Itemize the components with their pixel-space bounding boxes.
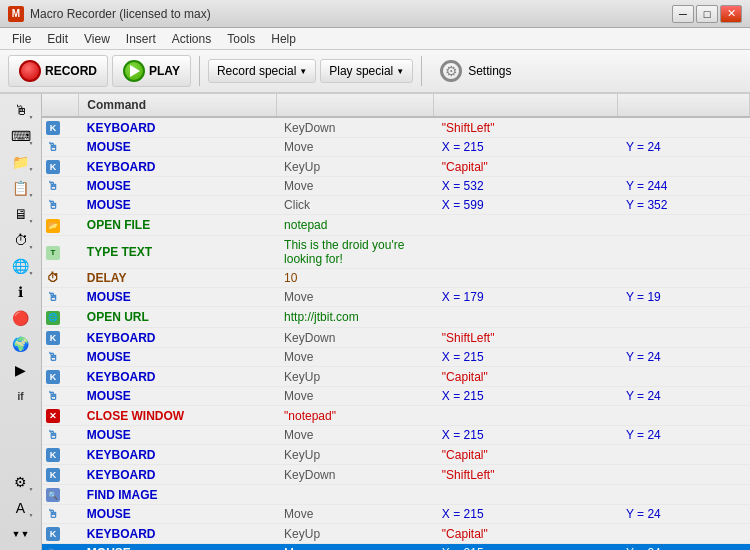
sidebar-icon-extra[interactable]: A bbox=[6, 496, 36, 520]
row-icon: 🖱 bbox=[42, 177, 79, 196]
play-special-label: Play special bbox=[329, 64, 393, 78]
sidebar-icon-if[interactable]: if bbox=[6, 384, 36, 408]
row-param2: X = 215 bbox=[434, 544, 618, 551]
main-area: 🖱 ⌨ 📁 📋 🖥 ⏱ 🌐 ℹ 🔴 🌍 ▶ if ⚙ A ▼▼ Command bbox=[0, 94, 750, 550]
menu-actions[interactable]: Actions bbox=[164, 30, 219, 48]
table-row[interactable]: KKEYBOARDKeyUp"Capital" bbox=[42, 157, 750, 177]
row-param3 bbox=[618, 445, 750, 465]
table-row[interactable]: KKEYBOARDKeyDown"ShiftLeft" bbox=[42, 117, 750, 138]
table-row[interactable]: KKEYBOARDKeyUp"Capital" bbox=[42, 367, 750, 387]
table-row[interactable]: 🖱MOUSEMoveX = 215Y = 24 bbox=[42, 544, 750, 551]
table-row[interactable]: KKEYBOARDKeyDown"ShiftLeft" bbox=[42, 328, 750, 348]
row-param2: "Capital" bbox=[434, 367, 618, 387]
table-row[interactable]: 🔍FIND IMAGE bbox=[42, 485, 750, 505]
titlebar: M Macro Recorder (licensed to max) ─ □ ✕ bbox=[0, 0, 750, 28]
sidebar-icon-settings[interactable]: ⚙ bbox=[6, 470, 36, 494]
table-row[interactable]: 🖱MOUSEMoveX = 215Y = 24 bbox=[42, 348, 750, 367]
sidebar-icon-mouse[interactable]: 🖱 bbox=[6, 98, 36, 122]
row-param1: notepad bbox=[276, 215, 434, 236]
sidebar-icon-window[interactable]: 🖥 bbox=[6, 202, 36, 226]
table-row[interactable]: KKEYBOARDKeyUp"Capital" bbox=[42, 524, 750, 544]
record-button[interactable]: RECORD bbox=[8, 55, 108, 87]
row-param3 bbox=[618, 524, 750, 544]
row-icon: 🖱 bbox=[42, 288, 79, 307]
table-row[interactable]: 🖱MOUSEMoveX = 215Y = 24 bbox=[42, 505, 750, 524]
close-button[interactable]: ✕ bbox=[720, 5, 742, 23]
row-command: KEYBOARD bbox=[79, 328, 276, 348]
menu-help[interactable]: Help bbox=[263, 30, 304, 48]
maximize-button[interactable]: □ bbox=[696, 5, 718, 23]
table-row[interactable]: 🌐OPEN URLhttp://jtbit.com bbox=[42, 307, 750, 328]
row-param2 bbox=[434, 269, 618, 288]
row-command: KEYBOARD bbox=[79, 157, 276, 177]
row-param1: KeyUp bbox=[276, 445, 434, 465]
menu-edit[interactable]: Edit bbox=[39, 30, 76, 48]
command-scroll[interactable]: Command KKEYBOARDKeyDown"ShiftLeft"🖱MOUS… bbox=[42, 94, 750, 550]
row-param1: This is the droid you're looking for! bbox=[276, 236, 434, 269]
row-param1: Move bbox=[276, 426, 434, 445]
sidebar-icon-info[interactable]: ℹ bbox=[6, 280, 36, 304]
row-param1: KeyUp bbox=[276, 524, 434, 544]
row-param3 bbox=[618, 328, 750, 348]
sidebar-icon-keyboard[interactable]: ⌨ bbox=[6, 124, 36, 148]
row-command: MOUSE bbox=[79, 177, 276, 196]
sidebar-icon-clipboard[interactable]: 📋 bbox=[6, 176, 36, 200]
row-param3: Y = 19 bbox=[618, 288, 750, 307]
record-special-button[interactable]: Record special ▼ bbox=[208, 59, 316, 83]
col-param1-header bbox=[276, 94, 434, 117]
table-row[interactable]: ⏱DELAY10 bbox=[42, 269, 750, 288]
play-special-button[interactable]: Play special ▼ bbox=[320, 59, 413, 83]
window-controls: ─ □ ✕ bbox=[672, 5, 742, 23]
table-row[interactable]: 🖱MOUSEMoveX = 179Y = 19 bbox=[42, 288, 750, 307]
row-command: MOUSE bbox=[79, 426, 276, 445]
sidebar-icon-record[interactable]: 🔴 bbox=[6, 306, 36, 330]
table-row[interactable]: KKEYBOARDKeyDown"ShiftLeft" bbox=[42, 465, 750, 485]
row-command: OPEN FILE bbox=[79, 215, 276, 236]
settings-button[interactable]: ⚙ Settings bbox=[430, 56, 521, 86]
row-param1: Move bbox=[276, 138, 434, 157]
minimize-button[interactable]: ─ bbox=[672, 5, 694, 23]
sidebar-icon-globe[interactable]: 🌍 bbox=[6, 332, 36, 356]
row-param1: http://jtbit.com bbox=[276, 307, 434, 328]
menu-file[interactable]: File bbox=[4, 30, 39, 48]
gear-icon: ⚙ bbox=[440, 60, 462, 82]
row-param3: Y = 24 bbox=[618, 348, 750, 367]
sidebar-icon-web[interactable]: 🌐 bbox=[6, 254, 36, 278]
row-command: KEYBOARD bbox=[79, 524, 276, 544]
row-param3 bbox=[618, 215, 750, 236]
play-special-arrow-icon: ▼ bbox=[396, 67, 404, 76]
row-param3 bbox=[618, 465, 750, 485]
record-icon bbox=[19, 60, 41, 82]
table-row[interactable]: 🖱MOUSEMoveX = 215Y = 24 bbox=[42, 138, 750, 157]
table-row[interactable]: 🖱MOUSEMoveX = 532Y = 244 bbox=[42, 177, 750, 196]
command-table: Command KKEYBOARDKeyDown"ShiftLeft"🖱MOUS… bbox=[42, 94, 750, 550]
row-param3: Y = 24 bbox=[618, 544, 750, 551]
table-row[interactable]: 📂OPEN FILEnotepad bbox=[42, 215, 750, 236]
row-param3 bbox=[618, 157, 750, 177]
menu-view[interactable]: View bbox=[76, 30, 118, 48]
play-button[interactable]: PLAY bbox=[112, 55, 191, 87]
sidebar-icon-play[interactable]: ▶ bbox=[6, 358, 36, 382]
table-row[interactable]: 🖱MOUSEMoveX = 215Y = 24 bbox=[42, 426, 750, 445]
menu-tools[interactable]: Tools bbox=[219, 30, 263, 48]
row-param3: Y = 24 bbox=[618, 138, 750, 157]
row-icon: 🖱 bbox=[42, 505, 79, 524]
sidebar-icon-expand[interactable]: ▼▼ bbox=[6, 522, 36, 546]
sidebar-icon-file[interactable]: 📁 bbox=[6, 150, 36, 174]
row-icon: ✕ bbox=[42, 406, 79, 426]
table-row[interactable]: 🖱MOUSEMoveX = 215Y = 24 bbox=[42, 387, 750, 406]
row-param3 bbox=[618, 269, 750, 288]
table-row[interactable]: TTYPE TEXTThis is the droid you're looki… bbox=[42, 236, 750, 269]
row-param1: KeyDown bbox=[276, 117, 434, 138]
table-row[interactable]: ✕CLOSE WINDOW"notepad" bbox=[42, 406, 750, 426]
row-param1: 10 bbox=[276, 269, 434, 288]
row-param3 bbox=[618, 236, 750, 269]
table-row[interactable]: KKEYBOARDKeyUp"Capital" bbox=[42, 445, 750, 465]
menu-insert[interactable]: Insert bbox=[118, 30, 164, 48]
settings-label: Settings bbox=[468, 64, 511, 78]
row-command: KEYBOARD bbox=[79, 445, 276, 465]
sidebar-icon-delay[interactable]: ⏱ bbox=[6, 228, 36, 252]
row-icon: 📂 bbox=[42, 215, 79, 236]
col-param2-header bbox=[434, 94, 618, 117]
table-row[interactable]: 🖱MOUSEClickX = 599Y = 352 bbox=[42, 196, 750, 215]
